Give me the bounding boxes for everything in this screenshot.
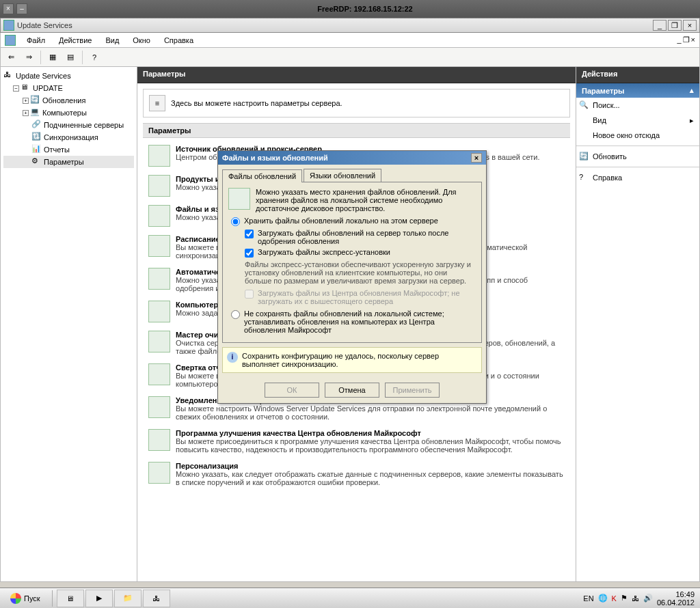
help-icon: ? [579, 173, 590, 184]
ceip-icon [148, 429, 170, 451]
checkbox-from-mu [245, 290, 254, 299]
chk-from-mu: Загружать файлы из Центра обновления Май… [245, 289, 476, 305]
menu-file[interactable]: Файл [21, 35, 51, 46]
menu-action[interactable]: Действие [53, 35, 97, 46]
tree-sync-label: Синхронизация [44, 133, 98, 141]
clock[interactable]: 16:49 06.04.2012 [657, 590, 695, 607]
action-refresh[interactable]: 🔄Обновить [576, 149, 699, 164]
chk-after-approve[interactable]: Загружать файлы обновлений на сервер тол… [245, 229, 476, 245]
chk-express[interactable]: Загружать файлы экспресс-установки [245, 248, 476, 258]
taskbar-item-wsus[interactable]: 🖧 [143, 590, 170, 607]
forward-button[interactable]: ⇒ [21, 50, 36, 65]
tree-reports[interactable]: 📊Отчеты [3, 143, 134, 156]
tree-computers[interactable]: +💻Компьютеры [3, 107, 134, 119]
tree-sync[interactable]: 🔃Синхронизация [3, 131, 134, 143]
tree-options-label: Параметры [44, 158, 84, 166]
radio-no-store[interactable] [231, 310, 240, 319]
tree-downstream[interactable]: 🔗Подчиненные серверы [3, 119, 134, 131]
start-button[interactable]: Пуск [3, 590, 48, 607]
freerdp-titlebar: × – FreeRDP: 192.168.15.12:22 [0, 0, 700, 18]
taskbar-item-powershell[interactable]: ▶ [85, 590, 113, 607]
checkbox-after-approve[interactable] [245, 230, 254, 238]
tray-network-icon[interactable]: 🖧 [632, 594, 639, 603]
tab-languages[interactable]: Языки обновлений [304, 169, 381, 182]
updates-icon: 🔄 [30, 95, 41, 106]
menu-view[interactable]: Вид [100, 35, 124, 46]
actions-category: Параметры▴ [576, 83, 699, 98]
radio-store-local[interactable] [231, 217, 240, 226]
settings-group-header: Параметры [143, 123, 570, 138]
maximize-button[interactable]: ❐ [668, 20, 682, 31]
setting-desc: Вы можете присоединиться к программе улу… [176, 437, 561, 454]
personalization-icon [148, 462, 170, 484]
mmc-doc-icon [5, 35, 16, 46]
tray-flag-icon[interactable]: ⚑ [621, 594, 628, 603]
tab-files[interactable]: Файлы обновлений [222, 169, 302, 182]
menu-window[interactable]: Окно [127, 35, 156, 46]
freerdp-minimize-icon[interactable]: – [16, 3, 27, 14]
properties-button[interactable]: ▤ [63, 50, 78, 65]
tray-icon[interactable]: K [612, 594, 617, 603]
refresh-icon: 🔄 [579, 152, 590, 163]
files-icon [148, 205, 170, 227]
taskbar-item-server[interactable]: 🖥 [57, 590, 84, 607]
freerdp-close-icon[interactable]: × [3, 3, 14, 14]
menu-help[interactable]: Справка [159, 35, 199, 46]
dialog-info-text: Сохранить конфигурацию не удалось, поско… [242, 352, 477, 368]
action-view[interactable]: Вид▸ [576, 113, 699, 128]
tree-options[interactable]: ⚙Параметры [3, 156, 134, 168]
dialog-titlebar[interactable]: Файлы и языки обновлений × [218, 151, 486, 165]
intro-box: ≡ Здесь вы можете настроить параметры се… [143, 89, 570, 118]
opt-no-store[interactable]: Не сохранять файлы обновлений на локальн… [231, 309, 476, 334]
show-hide-tree-button[interactable]: ▦ [45, 50, 60, 65]
action-search[interactable]: 🔍Поиск... [576, 98, 699, 113]
checkbox-express[interactable] [245, 249, 254, 258]
freerdp-title: FreeRDP: 192.168.15.12:22 [33, 5, 697, 13]
setting-item[interactable]: Программа улучшения качества Центра обно… [146, 425, 567, 458]
taskbar-item-explorer[interactable]: 📁 [114, 590, 142, 607]
tree-server[interactable]: −🖥UPDATE [3, 82, 134, 94]
desc-express: Файлы экспресс-установки обеспечивают ус… [245, 260, 476, 285]
child-restore-button[interactable]: ❐ [683, 36, 690, 44]
apply-button[interactable]: Применить [385, 383, 440, 398]
collapse-icon[interactable]: ▴ [690, 86, 694, 95]
tree-downstream-label: Подчиненные серверы [44, 121, 124, 129]
child-close-button[interactable]: × [691, 36, 695, 44]
cancel-button[interactable]: Отмена [325, 383, 379, 398]
minimize-button[interactable]: _ [653, 20, 667, 31]
dialog-page: Можно указать место хранения файлов обно… [222, 182, 482, 343]
child-minimize-button[interactable]: _ [677, 36, 681, 44]
help-button[interactable]: ? [87, 50, 102, 65]
server-icon: 🖥 [21, 83, 31, 94]
source-icon [148, 145, 170, 167]
setting-desc: Вы можете настроить Windows Server Updat… [176, 404, 547, 421]
language-indicator[interactable]: EN [583, 594, 593, 603]
system-tray: EN 🌐 K ⚑ 🖧 🔊 16:49 06.04.2012 [583, 590, 697, 607]
dialog-info: i Сохранить конфигурацию не удалось, пос… [222, 347, 482, 373]
opt-store-local[interactable]: Хранить файлы обновлений локально на это… [231, 217, 476, 226]
tree-updates[interactable]: +🔄Обновления [3, 94, 134, 107]
schedule-icon [148, 235, 170, 257]
taskbar: Пуск 🖥 ▶ 📁 🖧 EN 🌐 K ⚑ 🖧 🔊 16:49 06.04.20… [0, 588, 700, 608]
tree-reports-label: Отчеты [44, 146, 70, 154]
action-new-window[interactable]: Новое окно отсюда [576, 128, 699, 143]
back-button[interactable]: ⇐ [3, 50, 18, 65]
dialog-close-button[interactable]: × [471, 153, 482, 163]
downstream-icon: 🔗 [31, 120, 42, 130]
mmc-title: Update Services [17, 21, 650, 29]
tray-sound-icon[interactable]: 🔊 [643, 594, 653, 603]
expand-icon[interactable]: + [23, 110, 29, 116]
collapse-icon[interactable]: − [13, 85, 19, 92]
files-page-icon [228, 188, 250, 210]
tree-root[interactable]: 🖧Update Services [3, 70, 134, 82]
menubar: Файл Действие Вид Окно Справка _ ❐ × [0, 33, 700, 48]
files-languages-dialog: Файлы и языки обновлений × Файлы обновле… [217, 150, 487, 404]
ok-button[interactable]: ОК [265, 383, 319, 398]
setting-item[interactable]: ПерсонализацияМожно указать, как следует… [146, 458, 567, 490]
close-button[interactable]: × [683, 20, 697, 31]
action-help[interactable]: ?Справка [576, 170, 699, 185]
sync-icon: 🔃 [31, 132, 42, 143]
approval-icon [148, 268, 170, 290]
expand-icon[interactable]: + [23, 98, 29, 104]
tray-icon[interactable]: 🌐 [598, 594, 608, 603]
